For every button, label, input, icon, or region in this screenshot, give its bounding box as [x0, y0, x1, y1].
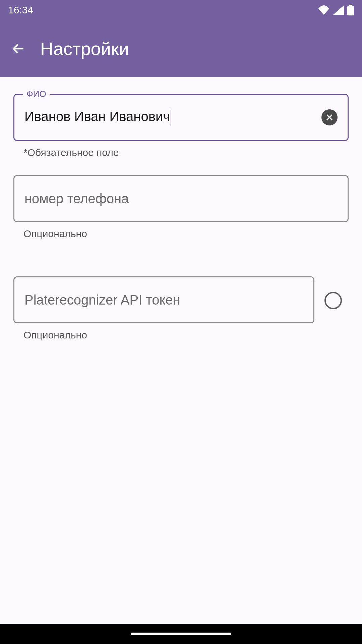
phone-placeholder: номер телефона: [24, 191, 129, 206]
phone-helper: Опционально: [23, 228, 349, 239]
fio-label: ФИО: [23, 89, 50, 99]
token-radio[interactable]: [324, 292, 342, 309]
clear-button[interactable]: [321, 109, 338, 125]
navigation-bar: [0, 624, 362, 644]
battery-icon: [347, 5, 354, 15]
svg-rect-0: [349, 5, 352, 6]
back-button[interactable]: [10, 40, 27, 57]
text-cursor: [171, 110, 171, 126]
arrow-back-icon: [11, 41, 26, 56]
token-helper: Опционально: [23, 329, 314, 341]
field-group-fio: ФИО Иванов Иван Иванович *Обязательное п…: [13, 94, 349, 158]
svg-rect-1: [347, 6, 354, 15]
field-group-token: Platerecognizer API токен Опционально: [13, 276, 349, 341]
fio-field[interactable]: ФИО Иванов Иван Иванович: [13, 94, 349, 141]
wifi-icon: [318, 5, 330, 15]
nav-handle[interactable]: [131, 633, 231, 635]
signal-icon: [333, 5, 344, 15]
fio-input[interactable]: Иванов Иван Иванович: [24, 109, 317, 125]
field-group-phone: номер телефона Опционально: [13, 175, 349, 239]
status-time: 16:34: [8, 4, 33, 16]
app-bar: Настройки: [0, 20, 362, 77]
token-placeholder: Platerecognizer API токен: [24, 292, 180, 308]
page-title: Настройки: [40, 38, 129, 59]
status-bar: 16:34: [0, 0, 362, 20]
content: ФИО Иванов Иван Иванович *Обязательное п…: [0, 77, 362, 358]
phone-field[interactable]: номер телефона: [13, 175, 349, 222]
status-icons: [318, 5, 354, 15]
fio-helper: *Обязательное поле: [23, 147, 349, 158]
close-icon: [325, 113, 334, 122]
token-field[interactable]: Platerecognizer API токен: [13, 276, 314, 323]
